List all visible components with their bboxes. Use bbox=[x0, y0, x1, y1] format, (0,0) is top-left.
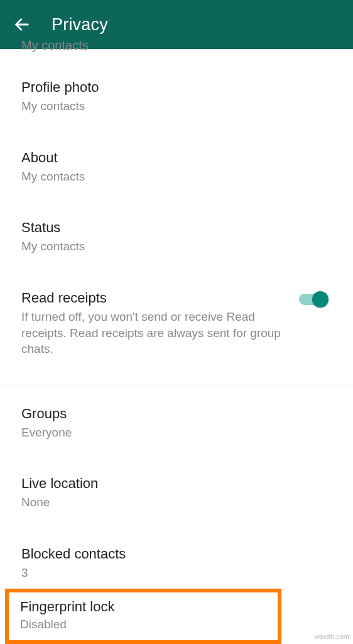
page-title: Privacy bbox=[52, 15, 108, 35]
item-description: If turned off, you won't send or receive… bbox=[21, 309, 299, 357]
item-value: My contacts bbox=[21, 98, 332, 114]
arrow-back-icon bbox=[13, 16, 31, 33]
item-title: Fingerprint lock bbox=[20, 599, 266, 615]
item-title: About bbox=[21, 150, 332, 166]
item-profile-photo[interactable]: Profile photo My contacts bbox=[0, 68, 353, 126]
item-title: Status bbox=[21, 219, 332, 236]
item-value: My contacts bbox=[21, 169, 332, 185]
item-groups[interactable]: Groups Everyone bbox=[0, 394, 353, 452]
item-value: Disabled bbox=[20, 618, 266, 631]
item-live-location[interactable]: Live location None bbox=[0, 464, 353, 522]
item-fingerprint-lock[interactable]: Fingerprint lock Disabled bbox=[5, 589, 281, 644]
item-value: Everyone bbox=[21, 425, 332, 441]
item-value: 3 bbox=[21, 565, 332, 581]
cut-off-item-value: My contacts bbox=[0, 38, 353, 55]
item-about[interactable]: About My contacts bbox=[0, 138, 353, 196]
item-value: None bbox=[21, 494, 332, 511]
item-blocked-contacts[interactable]: Blocked contacts 3 bbox=[0, 535, 353, 592]
watermark: wsxdn.com bbox=[315, 633, 349, 640]
settings-list: My contacts Profile photo My contacts Ab… bbox=[0, 49, 353, 644]
item-status[interactable]: Status My contacts bbox=[0, 208, 353, 266]
item-read-receipts[interactable]: Read receipts If turned off, you won't s… bbox=[0, 279, 353, 369]
read-receipts-toggle[interactable] bbox=[299, 294, 327, 305]
item-title: Profile photo bbox=[21, 79, 332, 96]
back-button[interactable] bbox=[11, 14, 33, 35]
item-title: Blocked contacts bbox=[21, 546, 332, 562]
item-title: Read receipts bbox=[21, 290, 299, 306]
item-title: Live location bbox=[21, 475, 332, 492]
item-value: My contacts bbox=[21, 238, 332, 255]
item-title: Groups bbox=[21, 406, 332, 422]
